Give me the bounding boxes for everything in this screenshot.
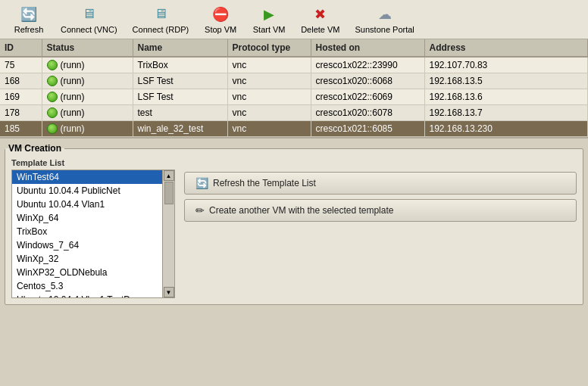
template-item[interactable]: Ubuntu 10.04.4 Vlan1 TestDep (12, 293, 162, 298)
cell-hosted: cresco1x021::6085 (311, 121, 424, 137)
template-item[interactable]: WinTest64 (12, 170, 162, 184)
start-vm-icon: ▶ (260, 5, 278, 23)
cell-hosted: cresco1x020::6078 (311, 105, 424, 121)
sunstone-portal-icon: ☁ (376, 5, 394, 23)
vm-table: ID Status Name Protocol type Hosted on A… (0, 39, 588, 137)
create-vm-label: Create another VM with the selected temp… (209, 205, 393, 216)
template-list-container: WinTest64Ubuntu 10.04.4 PublicNetUbuntu … (11, 170, 178, 298)
start-vm-button[interactable]: ▶Start VM (246, 2, 292, 37)
cell-status: (runn) (42, 105, 133, 121)
cell-status: (runn) (42, 121, 133, 137)
refresh-template-label: Refresh the Template List (213, 178, 316, 188)
cell-name: LSF Test (133, 73, 227, 89)
status-text: (runn) (61, 107, 85, 118)
stop-vm-label: Stop VM (205, 25, 236, 34)
template-item[interactable]: TrixBox (12, 225, 162, 238)
vm-creation-inner: Template List WinTest64Ubuntu 10.04.4 Pu… (5, 154, 583, 304)
cell-name: LSF Test (133, 89, 227, 105)
scroll-thumb[interactable] (164, 182, 174, 204)
template-item[interactable]: Ubuntu 10.04.4 Vlan1 (12, 198, 162, 211)
status-text: (runn) (61, 76, 85, 86)
connect-rdp-button[interactable]: 🖥Connect (RDP) (127, 2, 195, 37)
cell-id: 168 (0, 73, 42, 89)
cell-status: (runn) (42, 57, 133, 73)
cell-hosted: cresco1x020::6068 (311, 73, 424, 89)
connect-vnc-button[interactable]: 🖥Connect (VNC) (55, 2, 124, 37)
status-ok-icon (47, 76, 58, 86)
status-ok-icon (47, 60, 58, 70)
template-scrollbar[interactable]: ▲ ▼ (163, 170, 175, 298)
refresh-label: Refresh (14, 25, 44, 34)
template-item[interactable]: WinXp_64 (12, 211, 162, 225)
template-item[interactable]: Windows_7_64 (12, 238, 162, 252)
status-text: (runn) (61, 92, 85, 102)
refresh-template-btn[interactable]: 🔄 Refresh the Template List (184, 172, 577, 195)
connect-vnc-icon: 🖥 (80, 5, 98, 23)
stop-vm-button[interactable]: ⛔Stop VM (198, 2, 243, 37)
cell-name: TrixBox (133, 57, 227, 73)
table-header-row: ID Status Name Protocol type Hosted on A… (0, 39, 588, 57)
cell-id: 169 (0, 89, 42, 105)
status-ok-icon (47, 123, 58, 134)
template-item[interactable]: Ubuntu 10.04.4 PublicNet (12, 184, 162, 198)
vm-creation-panel: VM Creation Template List WinTest64Ubunt… (5, 143, 583, 305)
table-row[interactable]: 178(runn)testvnccresco1x020::6078192.168… (0, 105, 588, 121)
create-vm-icon: ✏ (195, 204, 205, 216)
cell-address: 192.168.13.5 (424, 73, 588, 89)
sunstone-portal-label: Sunstone Portal (355, 25, 414, 34)
cell-protocol: vnc (227, 105, 311, 121)
col-id: ID (0, 39, 42, 57)
right-buttons: 🔄 Refresh the Template List ✏ Create ano… (184, 158, 577, 298)
cell-address: 192.107.70.83 (424, 57, 588, 73)
status-ok-icon (47, 107, 58, 118)
connect-rdp-label: Connect (RDP) (133, 25, 189, 34)
vm-table-area: ID Status Name Protocol type Hosted on A… (0, 39, 588, 139)
status-ok-icon (47, 92, 58, 102)
cell-id: 185 (0, 121, 42, 137)
scroll-track (163, 181, 174, 287)
table-row[interactable]: 75(runn)TrixBoxvnccresco1x022::23990192.… (0, 57, 588, 73)
col-name: Name (133, 39, 227, 57)
delete-vm-button[interactable]: ✖Delete VM (295, 2, 346, 37)
col-hosted: Hosted on (311, 39, 424, 57)
cell-address: 192.168.13.230 (424, 121, 588, 137)
col-address: Address (424, 39, 588, 57)
cell-protocol: vnc (227, 73, 311, 89)
cell-id: 178 (0, 105, 42, 121)
table-row[interactable]: 185(runn)win_ale_32_testvnccresco1x021::… (0, 121, 588, 137)
status-text: (runn) (61, 123, 85, 134)
template-item[interactable]: WinXP32_OLDNebula (12, 266, 162, 279)
table-row[interactable]: 168(runn)LSF Testvnccresco1x020::6068192… (0, 73, 588, 89)
cell-hosted: cresco1x022::6069 (311, 89, 424, 105)
delete-vm-label: Delete VM (301, 25, 339, 34)
cell-name: win_ale_32_test (133, 121, 227, 137)
cell-status: (runn) (42, 89, 133, 105)
cell-status: (runn) (42, 73, 133, 89)
refresh-template-icon: 🔄 (195, 177, 208, 189)
col-status: Status (42, 39, 133, 57)
start-vm-label: Start VM (253, 25, 286, 34)
table-row[interactable]: 169(runn)LSF Testvnccresco1x022::6069192… (0, 89, 588, 105)
cell-id: 75 (0, 57, 42, 73)
col-protocol: Protocol type (227, 39, 311, 57)
toolbar: 🔄Refresh🖥Connect (VNC)🖥Connect (RDP)⛔Sto… (0, 0, 588, 39)
connect-vnc-label: Connect (VNC) (61, 25, 117, 34)
cell-name: test (133, 105, 227, 121)
stop-vm-icon: ⛔ (211, 5, 230, 23)
cell-protocol: vnc (227, 121, 311, 137)
template-list[interactable]: WinTest64Ubuntu 10.04.4 PublicNetUbuntu … (11, 170, 163, 298)
template-item[interactable]: WinXp_32 (12, 252, 162, 266)
connect-rdp-icon: 🖥 (152, 5, 170, 23)
sunstone-portal-button[interactable]: ☁Sunstone Portal (349, 2, 421, 37)
status-text: (runn) (61, 60, 85, 70)
template-item[interactable]: Centos_5.3 (12, 279, 162, 293)
vm-table-body: 75(runn)TrixBoxvnccresco1x022::23990192.… (0, 57, 588, 137)
scroll-down-arrow[interactable]: ▼ (164, 287, 174, 297)
scroll-up-arrow[interactable]: ▲ (164, 170, 174, 181)
template-list-label: Template List (11, 158, 178, 167)
create-vm-btn[interactable]: ✏ Create another VM with the selected te… (184, 199, 577, 222)
delete-vm-icon: ✖ (311, 5, 330, 23)
refresh-button[interactable]: 🔄Refresh (6, 2, 52, 37)
refresh-icon: 🔄 (20, 5, 38, 23)
cell-address: 192.168.13.6 (424, 89, 588, 105)
